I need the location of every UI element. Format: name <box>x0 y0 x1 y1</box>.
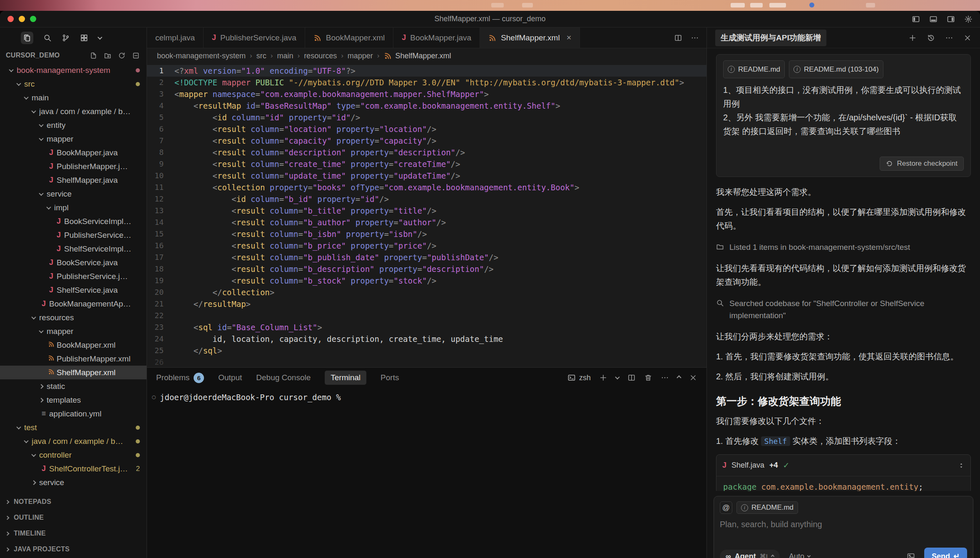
source-control-icon[interactable] <box>62 34 70 42</box>
tree-item[interactable]: JPublisherService.java <box>0 269 147 283</box>
files-copy-icon[interactable] <box>21 32 33 44</box>
tree-item[interactable]: ≡application.yml <box>0 407 147 421</box>
context-chip[interactable]: iREADME.md <box>736 501 798 514</box>
explorer-sidebar: CURSOR_DEMO book-management-systemsrcmai… <box>0 27 147 558</box>
tree-item[interactable]: BookMapper.xml <box>0 338 147 352</box>
tree-item[interactable]: test <box>0 421 147 434</box>
tree-item[interactable]: JShelfService.java <box>0 283 147 297</box>
sidebar-section-notepads[interactable]: NOTEPADS <box>0 494 147 510</box>
at-mention-button[interactable]: @ <box>720 501 732 514</box>
code-editor[interactable]: 1<?xml version="1.0" encoding="UTF-8"?>2… <box>147 63 706 367</box>
tree-item[interactable]: java / com / example / bookm… <box>0 105 147 118</box>
trash-icon[interactable] <box>644 374 652 382</box>
breadcrumb-item[interactable]: resources <box>304 52 337 60</box>
layout-panel-icon[interactable] <box>929 15 938 23</box>
chevron-up-icon[interactable] <box>677 376 681 379</box>
close-icon[interactable] <box>963 34 972 42</box>
layout-sidebar-right-icon[interactable] <box>947 15 955 23</box>
tree-item[interactable]: book-management-system <box>0 63 147 77</box>
panel-tab-debug-console[interactable]: Debug Console <box>256 373 311 382</box>
editor-tab[interactable]: JBookMapper.java <box>393 27 480 48</box>
tree-item[interactable]: JBookMapper.java <box>0 146 147 159</box>
refresh-icon[interactable] <box>118 52 126 60</box>
editor-tab[interactable]: BookMapper.xml <box>305 27 394 48</box>
tree-item[interactable]: service <box>0 476 147 489</box>
send-button[interactable]: Send↵ <box>924 548 967 558</box>
settings-gear-icon[interactable] <box>964 15 973 23</box>
sidebar-section-java-projects[interactable]: JAVA PROJECTS <box>0 541 147 557</box>
chevron-down-icon[interactable] <box>616 376 619 379</box>
tool-call-row[interactable]: Listed 1 items in book-management-system… <box>716 241 971 253</box>
tree-item[interactable]: mapper <box>0 324 147 338</box>
history-icon[interactable] <box>927 34 935 42</box>
editor-tab[interactable]: celmpl.java <box>147 27 204 48</box>
shell-selector[interactable]: zsh <box>567 374 591 382</box>
breadcrumb-item[interactable]: src <box>256 52 266 60</box>
chevron-down-icon[interactable] <box>98 36 102 40</box>
extensions-icon[interactable] <box>80 34 88 42</box>
breadcrumb[interactable]: book-management-system›src›main›resource… <box>147 48 706 63</box>
code-diff-header[interactable]: JShelf.java+4✓ <box>716 455 970 476</box>
context-chip[interactable]: iREADME.md <box>723 60 785 78</box>
plus-icon[interactable] <box>599 374 607 382</box>
panel-tab-ports[interactable]: Ports <box>381 373 399 382</box>
editor-line: 1<?xml version="1.0" encoding="UTF-8"?> <box>147 65 706 77</box>
tree-item[interactable]: JShelfMapper.java <box>0 173 147 187</box>
tree-item[interactable]: JBookManagementApplicat… <box>0 297 147 311</box>
code-diff-card[interactable]: JShelf.java+4✓package com.example.bookma… <box>716 454 971 491</box>
tree-item[interactable]: JShelfServiceImpl.java <box>0 242 147 256</box>
editor-tab[interactable]: ShelfMapper.xml× <box>480 27 580 48</box>
panel-tab-output[interactable]: Output <box>218 373 242 382</box>
tree-item[interactable]: JBookServiceImpl.java <box>0 214 147 228</box>
more-icon[interactable] <box>691 34 699 42</box>
tree-item[interactable]: PublisherMapper.xml <box>0 352 147 366</box>
model-selector[interactable]: Auto <box>789 552 810 558</box>
collapse-all-icon[interactable] <box>132 52 140 60</box>
search-icon[interactable] <box>43 34 52 42</box>
tree-item[interactable]: mapper <box>0 132 147 146</box>
tool-call-row[interactable]: Searched codebase for "ShelfController o… <box>716 297 971 321</box>
tree-item[interactable]: service <box>0 187 147 201</box>
panel-tab-terminal[interactable]: Terminal <box>325 371 366 385</box>
breadcrumb-item[interactable]: mapper <box>348 52 373 60</box>
updown-icon[interactable] <box>958 462 965 469</box>
breadcrumb-file[interactable]: ShelfMapper.xml <box>384 52 451 60</box>
breadcrumb-item[interactable]: book-management-system <box>157 52 246 60</box>
split-editor-icon[interactable] <box>627 374 636 382</box>
tree-item[interactable]: JPublisherServiceImpl.ja… <box>0 228 147 242</box>
sidebar-section-timeline[interactable]: TIMELINE <box>0 526 147 541</box>
tree-item[interactable]: resources <box>0 311 147 324</box>
mode-selector[interactable]: ∞ Agent ⌘I <box>720 550 780 558</box>
context-chip[interactable]: iREADME.md (103-104) <box>789 60 883 78</box>
layout-sidebar-left-icon[interactable] <box>912 15 920 23</box>
tree-item[interactable]: static <box>0 379 147 393</box>
tree-item[interactable]: JShelfControllerTest.j…2 <box>0 462 147 476</box>
tree-item[interactable]: ShelfMapper.xml <box>0 366 147 379</box>
close-icon[interactable]: × <box>567 33 572 42</box>
tree-item[interactable]: impl <box>0 201 147 214</box>
tree-item[interactable]: entity <box>0 118 147 132</box>
tree-item[interactable]: main <box>0 91 147 105</box>
image-icon[interactable] <box>907 552 915 558</box>
more-icon[interactable] <box>945 34 953 42</box>
chat-title-tab[interactable]: 生成测试用例与API功能新增 <box>715 30 826 46</box>
terminal-content[interactable]: ○ jdoer@jdoerdeMacBook-Pro cursor_demo % <box>147 388 706 558</box>
restore-checkpoint-button[interactable]: Restore checkpoint <box>880 157 964 171</box>
breadcrumb-item[interactable]: main <box>277 52 293 60</box>
editor-tab[interactable]: JPublisherService.java <box>204 27 305 48</box>
new-folder-icon[interactable] <box>104 52 112 60</box>
tree-item[interactable]: JPublisherMapper.java <box>0 159 147 173</box>
tree-item[interactable]: templates <box>0 393 147 407</box>
chat-input[interactable]: @ iREADME.md Plan, search, build anythin… <box>714 496 973 558</box>
more-icon[interactable] <box>661 374 669 382</box>
panel-tab-problems[interactable]: Problems6 <box>156 373 204 383</box>
tree-item[interactable]: JBookService.java <box>0 256 147 269</box>
plus-icon[interactable] <box>908 34 917 42</box>
tree-item[interactable]: src <box>0 77 147 91</box>
sidebar-section-outline[interactable]: OUTLINE <box>0 510 147 526</box>
tree-item[interactable]: java / com / example / b… <box>0 434 147 448</box>
tree-item[interactable]: controller <box>0 448 147 462</box>
close-icon[interactable] <box>689 374 697 382</box>
split-editor-icon[interactable] <box>674 34 682 42</box>
new-file-icon[interactable] <box>90 52 97 60</box>
